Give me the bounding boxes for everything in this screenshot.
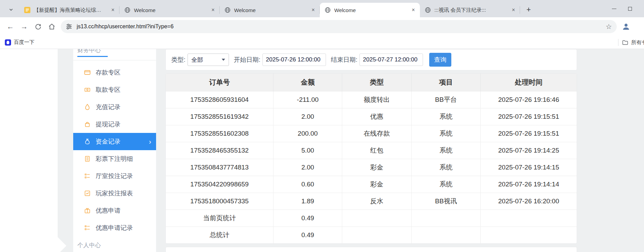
minimize-button[interactable] bbox=[606, 0, 622, 17]
table-cell: 1753528551619342 bbox=[166, 108, 273, 125]
new-tab-button[interactable]: + bbox=[523, 4, 535, 16]
table-row: 1753528605931604-211.00额度转出BB平台2025-07-2… bbox=[166, 91, 577, 108]
baidu-favicon bbox=[5, 39, 11, 46]
browser-tab[interactable]: 【新提醒】海燕策略论坛综合交流 × bbox=[19, 3, 119, 17]
browser-tab[interactable]: Welcome × bbox=[220, 3, 320, 17]
table-cell: 0.49 bbox=[273, 226, 342, 243]
tab-favicon bbox=[325, 7, 331, 13]
sidebar-item[interactable]: 优惠申请 › bbox=[73, 202, 156, 219]
url-text[interactable]: js13.cc/hhcp/usercenter.html?iniType=6 bbox=[77, 23, 606, 30]
tab-close-icon[interactable]: × bbox=[209, 6, 217, 14]
sidebar-item[interactable]: 资金记录 › bbox=[73, 133, 156, 150]
table-row: 17535285516193422.00优惠系统2025-07-26 19:15… bbox=[166, 108, 577, 125]
tab-title: Welcome bbox=[134, 7, 206, 13]
tab-strip: 【新提醒】海燕策略论坛综合交流 × Welcome × Welcome × We… bbox=[19, 3, 520, 17]
sidebar-item-label: 充值记录 bbox=[96, 103, 121, 111]
bookmark-baidu[interactable]: 百度一下 bbox=[5, 39, 35, 46]
table-cell: BB视讯 bbox=[412, 193, 481, 210]
table-row: 1753528551602308200.00在线存款系统2025-07-26 1… bbox=[166, 125, 577, 142]
sidebar-item-label: 厅室投注记录 bbox=[96, 172, 133, 180]
bookmarks-right: 所有书签 bbox=[618, 36, 644, 49]
sidebar-item-icon bbox=[84, 225, 90, 231]
close-button[interactable]: × bbox=[638, 0, 644, 17]
refresh-icon[interactable] bbox=[31, 20, 45, 33]
back-icon[interactable]: ← bbox=[3, 20, 17, 33]
sidebar-item-icon bbox=[84, 138, 90, 145]
tab-favicon bbox=[124, 7, 131, 13]
browser-tab[interactable]: Welcome × bbox=[320, 3, 420, 17]
sidebar-item[interactable]: 玩家投注报表 › bbox=[73, 185, 156, 202]
column-header: 类型 bbox=[342, 74, 411, 91]
tab-close-icon[interactable]: × bbox=[109, 6, 117, 14]
tab-favicon bbox=[24, 7, 30, 13]
avatar[interactable] bbox=[619, 20, 633, 33]
sidebar-item[interactable]: 提现记录 › bbox=[73, 116, 156, 133]
table-cell bbox=[412, 210, 481, 226]
start-date-input[interactable] bbox=[262, 54, 326, 66]
sidebar-item[interactable]: 厅室投注记录 › bbox=[73, 167, 156, 185]
sidebar-item[interactable]: 存款专区 › bbox=[73, 64, 156, 81]
tab-close-icon[interactable]: × bbox=[510, 6, 517, 14]
minimize-icon bbox=[612, 9, 616, 9]
all-bookmarks-label: 所有书签 bbox=[631, 39, 644, 46]
table-row: 17535042209986590.60彩金系统2025-07-26 19:14… bbox=[166, 176, 577, 193]
table-cell: 系统 bbox=[412, 142, 481, 159]
all-bookmarks-button[interactable]: 所有书签 bbox=[622, 39, 644, 46]
table-cell: 1753518000457335 bbox=[166, 193, 273, 210]
sidebar-item-label: 存款专区 bbox=[96, 68, 121, 77]
tab-title: Welcome bbox=[234, 7, 306, 13]
table-body: 1753528605931604-211.00额度转出BB平台2025-07-2… bbox=[166, 91, 577, 243]
table-row: 17535284653551325.00红包系统2025-07-26 19:14… bbox=[166, 142, 577, 159]
maximize-button[interactable] bbox=[622, 0, 638, 17]
table-cell: BB平台 bbox=[412, 91, 481, 108]
sidebar-item[interactable]: 取款专区 › bbox=[73, 81, 156, 98]
sidebar-item[interactable]: 充值记录 › bbox=[73, 98, 156, 116]
browser-tab[interactable]: :::视讯 会员下注纪录::: × bbox=[420, 3, 520, 17]
tab-close-icon[interactable]: × bbox=[410, 6, 417, 14]
sidebar-item-label: 提现记录 bbox=[96, 120, 121, 128]
table-header-row: 订单号金额类型项目处理时间 bbox=[166, 74, 577, 91]
tab-title: :::视讯 会员下注纪录::: bbox=[434, 7, 506, 13]
table-cell: 系统 bbox=[412, 108, 481, 125]
tab-search-icon[interactable] bbox=[6, 4, 17, 15]
table-row: 17535084377748132.00彩金系统2025-07-26 19:14… bbox=[166, 159, 577, 176]
home-icon[interactable] bbox=[45, 20, 59, 33]
end-date-label: 结束日期: bbox=[331, 56, 357, 64]
records-table: 订单号金额类型项目处理时间 1753528605931604-211.00额度转… bbox=[166, 74, 577, 243]
table-cell: 2025-07-26 19:16:46 bbox=[481, 91, 577, 108]
tab-close-icon[interactable]: × bbox=[309, 6, 317, 14]
table-cell: 1753528551602308 bbox=[166, 125, 273, 142]
site-controls-icon[interactable] bbox=[66, 23, 73, 30]
table-cell bbox=[342, 210, 411, 226]
sidebar-item-label: 彩票下注明细 bbox=[96, 155, 133, 163]
sidebar-item-label: 优惠申请记录 bbox=[96, 224, 133, 232]
table-cell: 1753528605931604 bbox=[166, 91, 273, 108]
address-bar[interactable]: js13.cc/hhcp/usercenter.html?iniType=6 ☆ bbox=[61, 20, 617, 33]
table-row: 总统计0.49 bbox=[166, 226, 577, 243]
sidebar-item-icon bbox=[84, 104, 90, 110]
sidebar-item-label: 取款专区 bbox=[96, 86, 121, 94]
table-cell bbox=[481, 226, 577, 243]
table-cell: 系统 bbox=[412, 125, 481, 142]
column-header: 订单号 bbox=[166, 74, 273, 91]
forward-icon[interactable]: → bbox=[17, 20, 31, 33]
sidebar-item-label: 资金记录 bbox=[96, 137, 121, 146]
sidebar-item[interactable]: 彩票下注明细 › bbox=[73, 150, 156, 167]
type-select[interactable]: 全部 bbox=[188, 54, 229, 66]
star-icon[interactable]: ☆ bbox=[606, 22, 612, 31]
sidebar-item-label: 优惠申请 bbox=[96, 206, 121, 215]
browser-tab[interactable]: Welcome × bbox=[119, 3, 220, 17]
sidebar-item-icon bbox=[84, 190, 90, 196]
tab-title: Welcome bbox=[334, 7, 406, 13]
bookmarks-divider bbox=[618, 39, 618, 46]
chevron-right-icon: › bbox=[149, 138, 151, 146]
table-cell: 彩金 bbox=[342, 159, 411, 176]
table-cell: 彩金 bbox=[342, 176, 411, 193]
table-cell: 5.00 bbox=[273, 142, 342, 159]
type-select-value: 全部 bbox=[191, 56, 203, 64]
end-date-input[interactable] bbox=[359, 54, 423, 66]
search-button[interactable]: 查询 bbox=[429, 53, 451, 67]
table-row: 17535180004573351.89反水BB视讯2025-07-26 16:… bbox=[166, 193, 577, 210]
sidebar-item[interactable]: 优惠申请记录 › bbox=[73, 219, 156, 236]
tab-title: 【新提醒】海燕策略论坛综合交流 bbox=[34, 7, 106, 13]
